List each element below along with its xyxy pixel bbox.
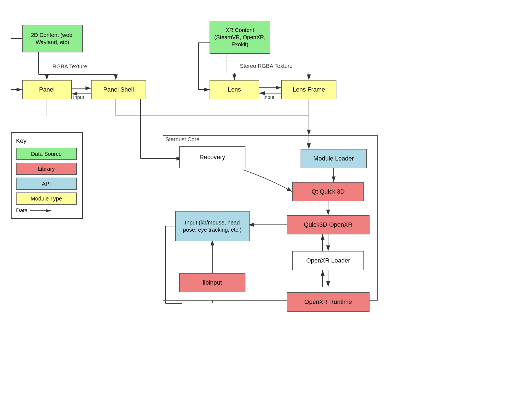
box-quick3d-openxr: Quick3D-OpenXR xyxy=(287,215,370,234)
key-data-row: Data xyxy=(16,207,78,214)
box-lens: Lens xyxy=(210,80,259,99)
input-label-lens: Input xyxy=(263,95,274,100)
stereo-rgba-texture-label: Stereo RGBA Texture xyxy=(240,63,293,69)
box-module-loader: Module Loader xyxy=(301,149,367,168)
box-libinput: libinput xyxy=(179,273,245,292)
box-lens-frame: Lens Frame xyxy=(281,80,336,99)
box-openxr-loader: OpenXR Loader xyxy=(292,251,364,270)
box-qt-quick-3d: Qt Quick 3D xyxy=(292,182,364,201)
box-input: Input (kb/mouse, head pose, eye tracking… xyxy=(175,211,250,241)
key-box: Key Data Source Library API Module Type … xyxy=(11,132,83,219)
box-2d-content: 2D Content (web, Wayland, etc) xyxy=(22,25,83,52)
svg-marker-38 xyxy=(46,209,52,212)
key-title: Key xyxy=(16,137,78,145)
stardust-core-label: Stardust Core xyxy=(165,136,199,143)
key-data-source: Data Source xyxy=(16,148,77,160)
key-library: Library xyxy=(16,163,77,175)
input-label-panel: Input xyxy=(73,95,84,100)
rgba-texture-label: RGBA Texture xyxy=(52,63,87,70)
box-recovery: Recovery xyxy=(179,146,245,168)
box-panel-shell: Panel Shell xyxy=(91,80,146,99)
box-xr-content: XR Content (SteamVR, OpenXR, Exokit) xyxy=(210,21,270,54)
key-module-type: Module Type xyxy=(16,192,77,205)
box-panel: Panel xyxy=(22,80,72,99)
diagram-container: 2D Content (web, Wayland, etc) XR Conten… xyxy=(0,0,530,420)
data-arrow-icon xyxy=(30,208,52,213)
key-api: API xyxy=(16,178,77,190)
box-openxr-runtime: OpenXR Runtime xyxy=(287,292,370,312)
